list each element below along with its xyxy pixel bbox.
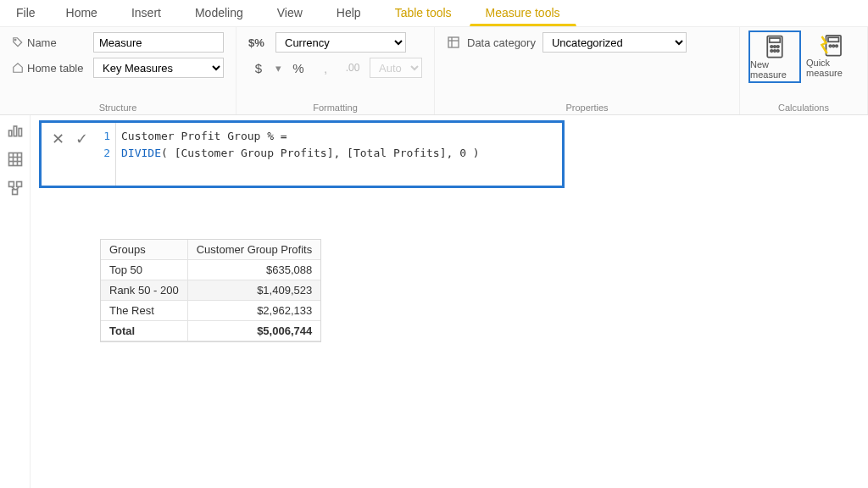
formula-code[interactable]: Customer Profit Group % = DIVIDE( [Custo… [116, 123, 487, 186]
new-measure-button[interactable]: New measure [748, 30, 801, 83]
table-row: The Rest $2,962,133 [101, 301, 320, 321]
report-canvas: ✕ ✓ 1 2 Customer Profit Group % = DIVIDE… [31, 115, 868, 488]
calculator-icon [762, 34, 787, 59]
group-label-calculations: Calculations [748, 101, 859, 113]
group-label-properties: Properties [447, 101, 727, 113]
table-visual[interactable]: Groups Customer Group Profits Top 50 $63… [100, 239, 321, 342]
tab-table-tools[interactable]: Table tools [379, 0, 468, 26]
svg-rect-1 [448, 37, 459, 47]
svg-rect-13 [828, 37, 839, 42]
table-row: Top 50 $635,088 [101, 260, 320, 280]
svg-point-11 [777, 50, 780, 53]
svg-rect-18 [14, 126, 16, 136]
home-icon [12, 62, 24, 74]
format-select[interactable]: Currency [275, 32, 406, 53]
formula-cancel-icon[interactable]: ✕ [50, 130, 65, 148]
table-row: Rank 50 - 200 $1,409,523 [101, 280, 320, 301]
formula-bar[interactable]: ✕ ✓ 1 2 Customer Profit Group % = DIVIDE… [39, 120, 565, 188]
tab-measure-tools[interactable]: Measure tools [470, 0, 576, 26]
view-rail [0, 115, 31, 488]
svg-point-10 [774, 50, 776, 53]
svg-point-15 [832, 45, 835, 47]
tab-insert[interactable]: Insert [115, 0, 177, 26]
menu-bar: File Home Insert Modeling View Help Tabl… [0, 0, 868, 27]
model-view-icon[interactable] [7, 180, 24, 197]
svg-rect-5 [770, 38, 781, 42]
ribbon-group-structure: Name Home table Key Measures Structure [0, 27, 236, 114]
ribbon-group-properties: Data category Uncategorized Properties [435, 27, 740, 114]
home-table-label: Home table [12, 62, 86, 75]
table-header-row: Groups Customer Group Profits [101, 240, 320, 260]
tab-modeling[interactable]: Modeling [179, 0, 259, 26]
data-category-select[interactable]: Uncategorized [542, 32, 687, 53]
formula-commit-icon[interactable]: ✓ [74, 130, 89, 148]
svg-rect-25 [8, 182, 14, 187]
percent-button[interactable]: % [288, 61, 309, 75]
decimals-select: Auto [370, 58, 422, 78]
quick-measure-button[interactable]: Quick measure [806, 30, 859, 80]
svg-point-7 [774, 46, 776, 48]
category-icon [447, 36, 460, 49]
col-groups[interactable]: Groups [101, 240, 187, 260]
tab-help[interactable]: Help [320, 0, 377, 26]
decimals-label: .00 [342, 62, 363, 74]
svg-point-8 [777, 46, 780, 48]
ribbon-group-calculations: New measure Quick measure Calculations [740, 27, 868, 114]
measure-name-input[interactable] [93, 32, 224, 53]
svg-point-0 [14, 39, 16, 41]
currency-button[interactable]: $ [248, 61, 269, 75]
col-profits[interactable]: Customer Group Profits [187, 240, 320, 260]
data-category-label: Data category [447, 36, 536, 49]
quick-measure-icon [820, 32, 845, 58]
svg-point-14 [829, 45, 832, 47]
tab-view[interactable]: View [261, 0, 319, 26]
svg-rect-17 [8, 130, 11, 136]
svg-point-6 [771, 46, 773, 48]
tab-home[interactable]: Home [50, 0, 114, 26]
format-prefix: $% [248, 36, 269, 49]
svg-rect-19 [19, 129, 21, 136]
table-total-row: Total $5,006,744 [101, 321, 320, 341]
ribbon-group-formatting: $% Currency $ ▾ % , .00 Auto Formatting [236, 27, 435, 114]
tag-icon [12, 36, 24, 48]
data-view-icon[interactable] [7, 151, 24, 168]
ribbon: Name Home table Key Measures Structure $… [0, 27, 868, 115]
svg-point-16 [836, 45, 838, 47]
svg-point-9 [771, 50, 773, 53]
comma-button[interactable]: , [315, 61, 336, 75]
svg-rect-20 [8, 153, 21, 166]
home-table-select[interactable]: Key Measures [93, 58, 224, 78]
report-view-icon[interactable] [7, 122, 24, 139]
tab-file[interactable]: File [3, 0, 48, 26]
group-label-structure: Structure [12, 101, 224, 113]
svg-rect-27 [12, 190, 17, 195]
name-label: Name [12, 36, 86, 49]
svg-rect-26 [16, 182, 21, 187]
group-label-formatting: Formatting [248, 101, 422, 113]
formula-gutter: 1 2 [97, 123, 116, 186]
